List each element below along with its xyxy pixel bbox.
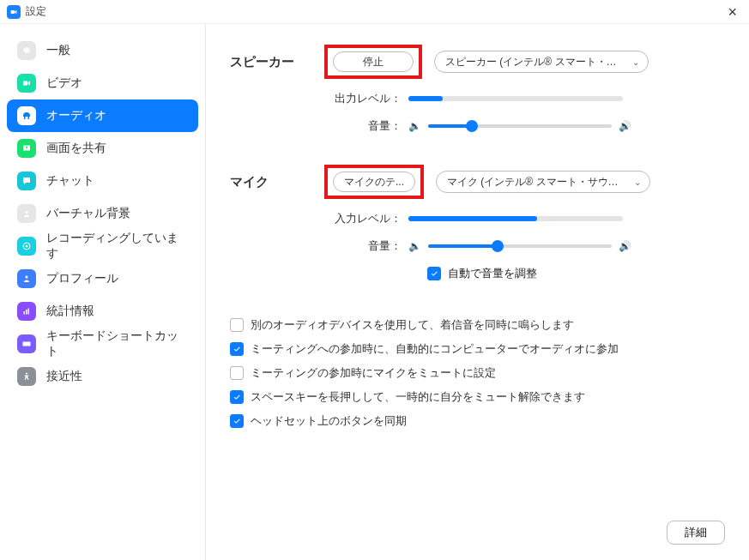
speaker-low-icon: 🔈 (408, 120, 421, 132)
sidebar-item-stats[interactable]: 統計情報 (7, 295, 198, 328)
video-icon (17, 74, 36, 93)
sidebar-item-share[interactable]: 画面を共有 (7, 132, 198, 165)
sidebar-item-label: 一般 (46, 43, 70, 58)
chevron-down-icon: ⌄ (632, 57, 639, 67)
profile-icon (17, 269, 36, 288)
accessibility-icon (17, 367, 36, 386)
sidebar-item-chat[interactable]: チャット (7, 165, 198, 197)
audio-options: 別のオーディオデバイスを使用して、着信音を同時に鳴らします ミーティングへの参加… (230, 317, 725, 429)
svg-point-4 (26, 245, 28, 248)
svg-point-10 (26, 373, 27, 375)
ring-separate-label: 別のオーディオデバイスを使用して、着信音を同時に鳴らします (251, 317, 574, 333)
mute-on-join-label: ミーティングの参加時にマイクをミュートに設定 (251, 365, 496, 381)
gear-icon (17, 41, 36, 60)
auto-join-label: ミーティングへの参加時に、自動的にコンピューターでオーディオに参加 (251, 341, 619, 357)
svg-point-5 (26, 276, 28, 279)
sidebar-item-label: レコーディングしています (46, 231, 188, 262)
headphones-icon (17, 106, 36, 125)
content: スピーカー 停止 スピーカー (インテル® スマート・… ⌄ 出力レベル： (206, 24, 749, 560)
chevron-down-icon: ⌄ (634, 178, 641, 187)
sidebar-item-label: ビデオ (46, 75, 82, 91)
speaker-section: スピーカー 停止 スピーカー (インテル® スマート・… ⌄ 出力レベル： (230, 45, 725, 134)
sidebar-item-video[interactable]: ビデオ (7, 67, 198, 99)
recording-icon (17, 237, 36, 256)
titlebar: 設定 × (0, 0, 749, 24)
mic-volume-label: 音量： (324, 238, 402, 254)
sidebar-item-audio[interactable]: オーディオ (7, 99, 198, 132)
close-icon[interactable]: × (722, 3, 742, 21)
mic-test-highlight: マイクのテ... (324, 165, 424, 199)
speaker-output-meter (408, 96, 623, 101)
speaker-dropdown[interactable]: スピーカー (インテル® スマート・… ⌄ (434, 51, 649, 73)
ring-separate-checkbox[interactable] (230, 318, 244, 332)
speaker-test-button[interactable]: 停止 (333, 51, 414, 72)
advanced-button[interactable]: 詳細 (667, 521, 725, 545)
sidebar-item-accessibility[interactable]: 接近性 (7, 360, 198, 393)
svg-rect-8 (28, 309, 30, 315)
chat-icon (17, 172, 36, 190)
sidebar: 一般 ビデオ オーディオ 画面を共有 (0, 24, 206, 560)
window-title: 設定 (26, 4, 46, 19)
speaker-dropdown-value: スピーカー (インテル® スマート・… (445, 55, 617, 69)
mic-dropdown-value: マイク (インテル® スマート・サウ… (447, 175, 619, 190)
sidebar-item-general[interactable]: 一般 (7, 34, 198, 67)
sync-headset-label: ヘッドセット上のボタンを同期 (251, 413, 407, 429)
mic-label: マイク (230, 174, 324, 190)
sidebar-item-label: プロフィール (46, 271, 118, 286)
speaker-volume-label: 音量： (324, 118, 402, 134)
sidebar-item-recording[interactable]: レコーディングしています (7, 230, 198, 262)
sidebar-item-label: 画面を共有 (46, 141, 106, 156)
mic-test-button[interactable]: マイクのテ... (333, 172, 415, 192)
settings-window: 設定 × 一般 ビデオ オーディオ (0, 0, 749, 560)
speaker-volume-slider[interactable] (428, 124, 612, 128)
speaker-label: スピーカー (230, 54, 324, 70)
sidebar-item-keyboard[interactable]: キーボードショートカット (7, 328, 198, 360)
sidebar-item-label: 接近性 (46, 369, 82, 384)
space-unmute-checkbox[interactable] (230, 390, 244, 404)
sidebar-item-label: 統計情報 (46, 304, 94, 319)
sidebar-item-profile[interactable]: プロフィール (7, 262, 198, 295)
mic-volume-slider[interactable] (428, 244, 612, 248)
svg-rect-6 (24, 311, 26, 315)
speaker-high-icon: 🔊 (619, 240, 631, 252)
speaker-high-icon: 🔊 (619, 120, 631, 132)
sidebar-item-label: オーディオ (46, 108, 106, 123)
auto-join-checkbox[interactable] (230, 342, 244, 356)
input-level-label: 入力レベル： (324, 211, 402, 226)
footer: 詳細 (230, 521, 725, 545)
app-icon (7, 5, 21, 19)
sidebar-item-virtual-bg[interactable]: バーチャル背景 (7, 197, 198, 230)
speaker-low-icon: 🔈 (408, 240, 421, 252)
mute-on-join-checkbox[interactable] (230, 366, 244, 380)
speaker-test-highlight: 停止 (324, 45, 422, 79)
virtual-bg-icon (17, 204, 36, 223)
stats-icon (17, 302, 36, 321)
keyboard-icon (17, 334, 36, 353)
auto-adjust-checkbox[interactable] (427, 267, 441, 280)
mic-section: マイク マイクのテ... マイク (インテル® スマート・サウ… ⌄ 入力レベル… (230, 165, 725, 281)
output-level-label: 出力レベル： (324, 91, 402, 106)
svg-rect-7 (26, 310, 27, 315)
sidebar-item-label: キーボードショートカット (46, 328, 188, 359)
svg-point-2 (26, 211, 28, 214)
share-icon (17, 139, 36, 158)
auto-adjust-label: 自動で音量を調整 (448, 266, 537, 281)
mic-dropdown[interactable]: マイク (インテル® スマート・サウ… ⌄ (436, 171, 650, 193)
body: 一般 ビデオ オーディオ 画面を共有 (0, 24, 749, 560)
mic-input-meter (408, 216, 623, 221)
sidebar-item-label: バーチャル背景 (46, 206, 130, 221)
svg-rect-9 (23, 342, 31, 346)
space-unmute-label: スペースキーを長押しして、一時的に自分をミュート解除できます (251, 389, 585, 405)
sidebar-item-label: チャット (46, 173, 94, 189)
sync-headset-checkbox[interactable] (230, 414, 244, 428)
